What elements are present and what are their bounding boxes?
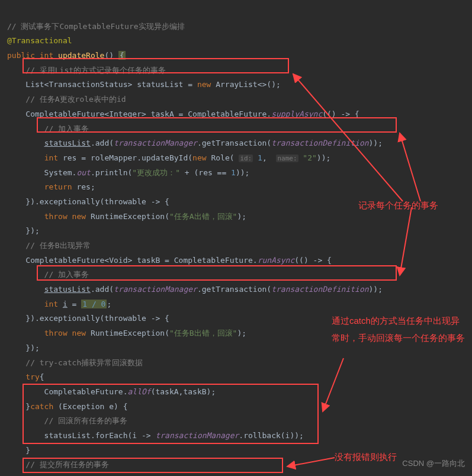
cursor: { xyxy=(118,51,126,60)
code-text: statusList.forEach(i -> xyxy=(7,431,155,440)
code-text: (Exception e) { xyxy=(53,402,127,411)
variable: i xyxy=(63,300,68,308)
code-text: ); xyxy=(237,329,246,337)
comment-line: // 加入事务 xyxy=(7,270,89,279)
code-text xyxy=(253,153,258,162)
code-text: Role( xyxy=(207,153,239,162)
comment-line: // 采用List的方式记录每个任务的事务 xyxy=(7,66,166,75)
keyword: new xyxy=(197,80,211,89)
field: transactionManager xyxy=(155,431,239,440)
code-text: )); xyxy=(317,153,330,162)
static-method: allOf xyxy=(128,387,151,396)
code-text: }).exceptionally(throwable -> { xyxy=(7,314,169,323)
number: 1 xyxy=(258,153,262,162)
annotation-text-2: 通过catch的方式当任务中出现异常时，手动回滚每一个任务的事务 xyxy=(332,313,468,346)
code-text: .getTransaction( xyxy=(197,139,271,147)
code-text: CompletableFuture<Integer> taskA = Compl… xyxy=(7,110,271,118)
number: 1 xyxy=(231,168,236,177)
keyword: return xyxy=(44,182,72,191)
annotation-transactional: @Transactional xyxy=(7,36,72,45)
comment-line: // 加入事务 xyxy=(7,124,89,133)
param-hint: name: xyxy=(276,155,298,162)
keyword: try xyxy=(25,372,39,381)
method-name: updateRole xyxy=(58,51,104,60)
field: transactionManager xyxy=(114,139,197,147)
string: "2" xyxy=(303,153,316,162)
code-text: }); xyxy=(7,226,40,235)
code-text: ; xyxy=(107,300,111,308)
keyword: throw new xyxy=(44,329,86,337)
code-text: ArrayList<>(); xyxy=(211,80,280,89)
comment-line: // 任务B出现异常 xyxy=(7,241,91,250)
code-text: System. xyxy=(7,168,76,177)
comment-line: // try-catch捕获异常回滚数据 xyxy=(7,358,143,367)
static-field: out xyxy=(76,168,90,177)
annotation-text-3: 没有报错则执行 xyxy=(335,449,397,466)
string: "更改成功：" xyxy=(132,168,180,177)
code-text: )); xyxy=(369,285,383,294)
code-text xyxy=(7,372,25,381)
code-text: CompletableFuture<Void> taskB = Completa… xyxy=(7,256,258,265)
code-text: { xyxy=(40,372,44,381)
field: transactionDefinition xyxy=(271,139,368,147)
variable: statusList xyxy=(44,139,91,147)
keyword: int xyxy=(44,153,58,162)
code-text: = xyxy=(68,300,81,308)
code-text: , xyxy=(262,153,276,162)
code-text xyxy=(7,300,44,308)
code-text: (taskA,taskB); xyxy=(151,387,216,396)
keyword: new xyxy=(192,153,206,162)
code-text: + (res == xyxy=(180,168,231,177)
string: "任务A出错，回滚" xyxy=(169,212,237,221)
code-text xyxy=(7,139,44,147)
code-text: CompletableFuture. xyxy=(7,387,128,396)
code-text: ); xyxy=(237,212,246,221)
code-text xyxy=(7,182,44,191)
variable: statusList xyxy=(44,285,91,294)
annotation-text-1: 记录每个任务的事务 xyxy=(358,197,438,214)
code-text: RuntimeException( xyxy=(86,212,169,221)
field: transactionManager xyxy=(114,285,197,294)
watermark: CSDN @一路向北⁠ xyxy=(402,456,465,471)
code-text: List<TransactionStatus> statusList = xyxy=(7,80,197,89)
code-text: .add( xyxy=(91,285,114,294)
keyword: int xyxy=(40,51,53,60)
code-text xyxy=(7,153,44,162)
comment-line: // 回滚所有任务的事务 xyxy=(7,416,127,425)
code-text: )); xyxy=(369,139,383,147)
number: 1 / 0 xyxy=(81,300,107,308)
code-text: .println( xyxy=(91,168,132,177)
code-text: (() -> { xyxy=(322,110,359,118)
code-text: .rollback(i)); xyxy=(239,431,304,440)
code-text: }); xyxy=(7,343,40,352)
code-text: )); xyxy=(236,168,249,177)
comment-line: // 任务A更改role表中的id xyxy=(7,95,126,104)
code-text: }).exceptionally(throwable -> { xyxy=(7,197,169,206)
code-text: .getTransaction( xyxy=(197,285,271,294)
code-text xyxy=(58,300,63,308)
keyword: throw new xyxy=(44,212,86,221)
comment-line: // 提交所有任务的事务 xyxy=(7,460,109,469)
code-text: (() -> { xyxy=(294,256,332,265)
comment-line: // 测试事务下CompletableFuture实现异步编排 xyxy=(7,22,185,31)
code-text xyxy=(7,329,44,337)
code-text: } xyxy=(7,402,30,411)
code-text: res = roleMapper.updateById( xyxy=(58,153,192,162)
keyword: int xyxy=(44,300,58,308)
field: transactionDefinition xyxy=(271,285,368,294)
code-editor[interactable]: // 测试事务下CompletableFuture实现异步编排 @Transac… xyxy=(0,0,472,476)
code-text: .add( xyxy=(91,139,114,147)
string: "任务B出错，回滚" xyxy=(169,329,237,337)
code-text xyxy=(7,285,44,294)
code-text: res; xyxy=(72,182,95,191)
keyword: catch xyxy=(30,402,53,411)
keyword: public xyxy=(7,51,35,60)
static-method: supplyAsync xyxy=(271,110,322,118)
code-text: RuntimeException( xyxy=(86,329,169,337)
param-hint: id: xyxy=(239,155,253,162)
code-text xyxy=(7,212,44,221)
code-text: () xyxy=(104,51,118,60)
static-method: runAsync xyxy=(258,256,295,265)
code-text: } xyxy=(7,446,30,455)
